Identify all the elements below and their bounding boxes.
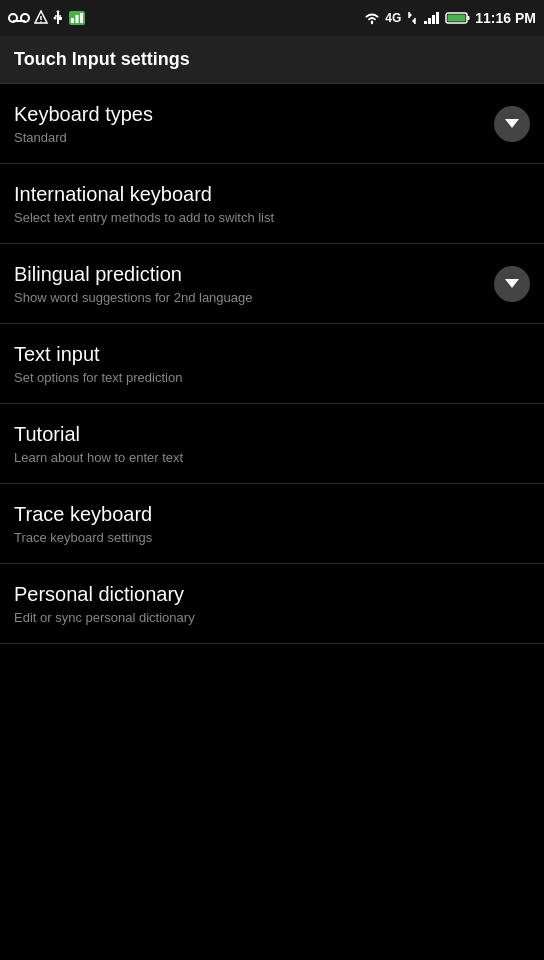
settings-item-text-trace-keyboard: Trace keyboardTrace keyboard settings <box>14 503 530 545</box>
settings-item-subtitle-bilingual-prediction: Show word suggestions for 2nd language <box>14 290 486 305</box>
settings-item-text-keyboard-types: Keyboard typesStandard <box>14 103 486 145</box>
status-bar: 4G 11:16 PM <box>0 0 544 36</box>
svg-marker-10 <box>56 10 60 12</box>
alert-icon <box>34 10 48 26</box>
settings-item-trace-keyboard[interactable]: Trace keyboardTrace keyboard settings <box>0 484 544 564</box>
settings-item-bilingual-prediction[interactable]: Bilingual predictionShow word suggestion… <box>0 244 544 324</box>
svg-rect-25 <box>448 15 466 22</box>
settings-item-title-international-keyboard: International keyboard <box>14 183 530 206</box>
svg-rect-14 <box>80 13 83 23</box>
svg-rect-20 <box>428 18 431 24</box>
svg-rect-13 <box>76 15 79 23</box>
svg-rect-2 <box>13 20 25 22</box>
settings-item-title-tutorial: Tutorial <box>14 423 530 446</box>
signal-bars-icon <box>423 11 441 25</box>
wifi-icon <box>363 11 381 25</box>
clock: 11:16 PM <box>475 10 536 26</box>
settings-list: Keyboard typesStandardInternational keyb… <box>0 84 544 644</box>
settings-item-text-text-input: Text inputSet options for text predictio… <box>14 343 530 385</box>
page-title: Touch Input settings <box>14 49 190 70</box>
settings-item-subtitle-keyboard-types: Standard <box>14 130 486 145</box>
settings-item-title-personal-dictionary: Personal dictionary <box>14 583 530 606</box>
settings-item-title-text-input: Text input <box>14 343 530 366</box>
settings-item-international-keyboard[interactable]: International keyboardSelect text entry … <box>0 164 544 244</box>
svg-rect-9 <box>59 17 62 20</box>
dropdown-arrow-keyboard-types[interactable] <box>494 106 530 142</box>
settings-item-subtitle-text-input: Set options for text prediction <box>14 370 530 385</box>
network-type-icon: 4G <box>385 11 401 25</box>
settings-item-text-personal-dictionary: Personal dictionaryEdit or sync personal… <box>14 583 530 625</box>
battery-icon <box>445 11 471 25</box>
svg-rect-24 <box>467 16 470 20</box>
settings-item-title-bilingual-prediction: Bilingual prediction <box>14 263 486 286</box>
settings-item-title-trace-keyboard: Trace keyboard <box>14 503 530 526</box>
voicemail-icon <box>8 11 30 25</box>
dropdown-arrow-bilingual-prediction[interactable] <box>494 266 530 302</box>
settings-item-text-bilingual-prediction: Bilingual predictionShow word suggestion… <box>14 263 486 305</box>
settings-item-personal-dictionary[interactable]: Personal dictionaryEdit or sync personal… <box>0 564 544 644</box>
settings-item-text-international-keyboard: International keyboardSelect text entry … <box>14 183 530 225</box>
settings-item-title-keyboard-types: Keyboard types <box>14 103 486 126</box>
status-icons-right: 4G 11:16 PM <box>363 10 536 26</box>
settings-item-text-input[interactable]: Text inputSet options for text predictio… <box>0 324 544 404</box>
title-bar: Touch Input settings <box>0 36 544 84</box>
chart-icon <box>68 10 86 26</box>
settings-item-subtitle-tutorial: Learn about how to enter text <box>14 450 530 465</box>
svg-point-5 <box>40 21 42 23</box>
settings-item-text-tutorial: TutorialLearn about how to enter text <box>14 423 530 465</box>
svg-rect-22 <box>436 12 439 24</box>
svg-rect-19 <box>424 21 427 24</box>
usb-icon <box>52 10 64 26</box>
settings-item-subtitle-personal-dictionary: Edit or sync personal dictionary <box>14 610 530 625</box>
svg-point-8 <box>54 17 57 20</box>
settings-item-keyboard-types[interactable]: Keyboard typesStandard <box>0 84 544 164</box>
svg-rect-21 <box>432 15 435 24</box>
settings-item-subtitle-international-keyboard: Select text entry methods to add to swit… <box>14 210 530 225</box>
svg-rect-12 <box>71 18 74 23</box>
status-icons-left <box>8 10 86 26</box>
settings-item-tutorial[interactable]: TutorialLearn about how to enter text <box>0 404 544 484</box>
data-transfer-icon <box>405 11 419 25</box>
settings-item-subtitle-trace-keyboard: Trace keyboard settings <box>14 530 530 545</box>
